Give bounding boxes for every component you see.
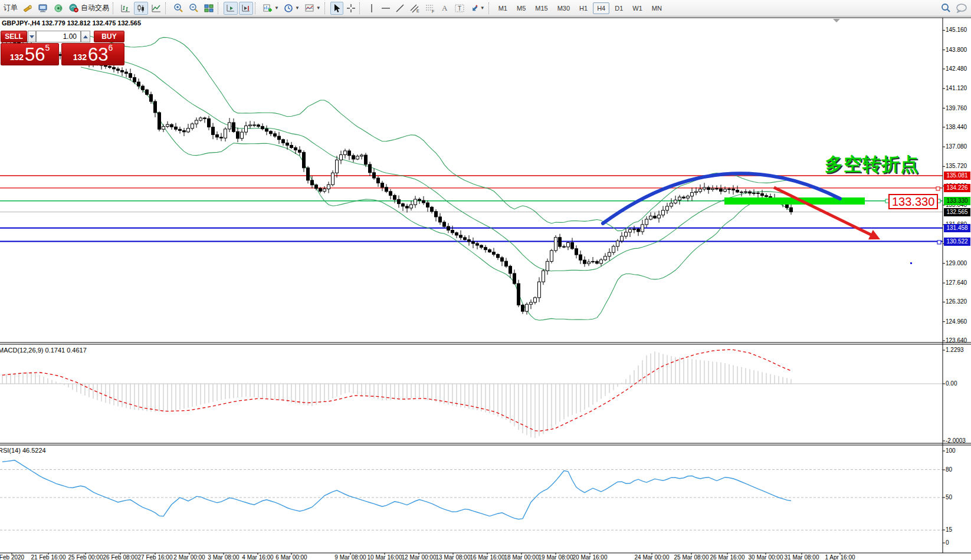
- arrows-tool-button[interactable]: ▼: [468, 2, 487, 15]
- volume-increase-button[interactable]: [81, 31, 90, 42]
- toolbar-separator: [324, 2, 329, 14]
- svg-text:F: F: [432, 9, 434, 13]
- main-toolbar: 订单 自动交易: [0, 0, 971, 17]
- bar-chart-mode-button[interactable]: [119, 2, 133, 15]
- toolbar-separator: [218, 2, 222, 14]
- price-tick-label: 124.960: [946, 318, 967, 325]
- time-tick-label: 18 Mar 00:00: [504, 554, 539, 560]
- timeframe-h4-button[interactable]: H4: [593, 2, 609, 14]
- price-badge: 132.565: [944, 208, 970, 216]
- time-tick-label: 19 Mar 08:00: [539, 554, 573, 560]
- horizontal-line-tool-button[interactable]: [379, 2, 392, 15]
- timeframe-m30-button[interactable]: M30: [553, 2, 574, 14]
- timeframe-mn-button[interactable]: MN: [648, 2, 666, 14]
- cursor-button[interactable]: [330, 2, 343, 15]
- megaphone-button[interactable]: [21, 2, 35, 15]
- search-button[interactable]: [939, 2, 953, 15]
- timeframe-group: M1M5M15M30H1H4D1W1MN: [494, 2, 667, 14]
- sell-price-button[interactable]: 132565: [1, 43, 59, 65]
- templates-button[interactable]: ▼: [303, 2, 323, 15]
- text-label-tool-button[interactable]: T: [452, 2, 467, 15]
- toolbar-separator: [165, 2, 169, 14]
- sell-price-big: 56: [25, 47, 45, 63]
- sell-price-prefix: 132: [10, 51, 24, 63]
- price-badge: 130.522: [944, 238, 970, 246]
- dropdown-caret-icon: ▼: [295, 5, 300, 11]
- metaeditor-button[interactable]: [36, 2, 50, 15]
- chart-canvas[interactable]: [0, 0, 971, 560]
- price-tick-label: 135.720: [946, 163, 967, 169]
- time-tick-label: 16 Mar 16:00: [470, 554, 505, 560]
- new-order-button[interactable]: 订单: [2, 2, 19, 15]
- signals-button[interactable]: [51, 2, 65, 15]
- timeframe-m5-button[interactable]: M5: [513, 2, 530, 14]
- auto-trading-icon: [68, 4, 79, 13]
- time-tick-label: 25 Feb 00:00: [68, 554, 103, 560]
- buy-price-button[interactable]: 132636: [61, 43, 124, 65]
- time-tick-label: 6 Mar 00:00: [275, 554, 307, 560]
- monitor-icon: [38, 4, 48, 13]
- text-icon: A: [442, 4, 447, 13]
- chart-shift-button[interactable]: [239, 2, 253, 15]
- time-tick-label: 1 Apr 16:00: [825, 554, 855, 560]
- crosshair-button[interactable]: [345, 2, 357, 15]
- vertical-line-tool-button[interactable]: [365, 2, 378, 15]
- timeframe-h1-button[interactable]: H1: [575, 2, 592, 14]
- search-icon: [940, 3, 951, 13]
- rsi-tick-label: 50: [946, 494, 952, 500]
- timeframe-d1-button[interactable]: D1: [611, 2, 627, 14]
- toolbar-separator: [255, 2, 259, 14]
- rsi-tick-label: 80: [946, 466, 952, 473]
- zoom-out-button[interactable]: [186, 2, 201, 15]
- macd-indicator-label: MACD(12,26,9) 0.1741 0.4617: [0, 347, 87, 354]
- volume-decrease-button[interactable]: [28, 31, 36, 42]
- time-tick-label: 21 Feb 16:00: [31, 554, 66, 560]
- zoom-in-icon: [173, 3, 183, 13]
- cursor-icon: [333, 4, 341, 13]
- template-icon: [304, 4, 315, 13]
- auto-scroll-button[interactable]: [224, 2, 238, 15]
- price-tick-label: 123.640: [946, 337, 967, 344]
- buy-button[interactable]: BUY: [94, 31, 124, 42]
- new-chart-button[interactable]: ▼: [261, 2, 281, 15]
- dropdown-caret-icon: ▼: [274, 5, 279, 11]
- zoom-in-button[interactable]: [171, 2, 185, 15]
- timeframe-w1-button[interactable]: W1: [628, 2, 647, 14]
- price-tick-label: 126.320: [946, 298, 967, 305]
- time-tick-label: 4 Mar 16:00: [242, 554, 273, 560]
- time-tick-label: 2 Mar 00:00: [173, 554, 205, 560]
- timeframe-m15-button[interactable]: M15: [531, 2, 552, 14]
- time-tick-label: 13 Mar 08:00: [436, 554, 471, 560]
- chart-annotation-text[interactable]: 多空转折点: [825, 152, 919, 177]
- chevron-down-icon[interactable]: [833, 19, 840, 22]
- auto-trading-button[interactable]: 自动交易: [67, 2, 111, 15]
- volume-input[interactable]: [36, 31, 81, 42]
- rsi-tick-label: 0: [946, 539, 949, 546]
- price-tag-label[interactable]: 133.330: [888, 194, 938, 209]
- toolbar-separator: [359, 2, 363, 14]
- crosshair-icon: [346, 4, 356, 13]
- fibonacci-tool-button[interactable]: F: [423, 2, 437, 15]
- mt4-window: 订单 自动交易: [0, 0, 971, 560]
- chat-button[interactable]: [954, 2, 969, 15]
- trendline-icon: [395, 4, 405, 13]
- triangle-down-icon: [29, 35, 34, 38]
- sell-button[interactable]: SELL: [1, 31, 27, 42]
- channel-tool-button[interactable]: E: [408, 2, 422, 15]
- text-tool-button[interactable]: A: [438, 2, 451, 15]
- time-tick-label: 31 Mar 08:00: [785, 554, 819, 560]
- timeframe-m1-button[interactable]: M1: [494, 2, 511, 14]
- line-chart-mode-button[interactable]: [149, 2, 163, 15]
- price-badge: 134.226: [944, 184, 970, 192]
- trendline-tool-button[interactable]: [393, 2, 406, 15]
- periods-button[interactable]: ▼: [282, 2, 301, 15]
- time-tick-label: 10 Mar 16:00: [368, 554, 402, 560]
- vertical-line-icon: [368, 4, 376, 13]
- candlestick-mode-button[interactable]: [134, 2, 148, 15]
- tile-windows-button[interactable]: [202, 2, 216, 15]
- one-click-trading-panel: SELL BUY 132565 132636: [1, 27, 124, 65]
- time-tick-label: Feb 2020: [0, 554, 24, 560]
- triangle-up-icon: [83, 35, 88, 38]
- candlestick-icon: [136, 4, 146, 13]
- time-tick-label: 27 Feb 16:00: [138, 554, 173, 560]
